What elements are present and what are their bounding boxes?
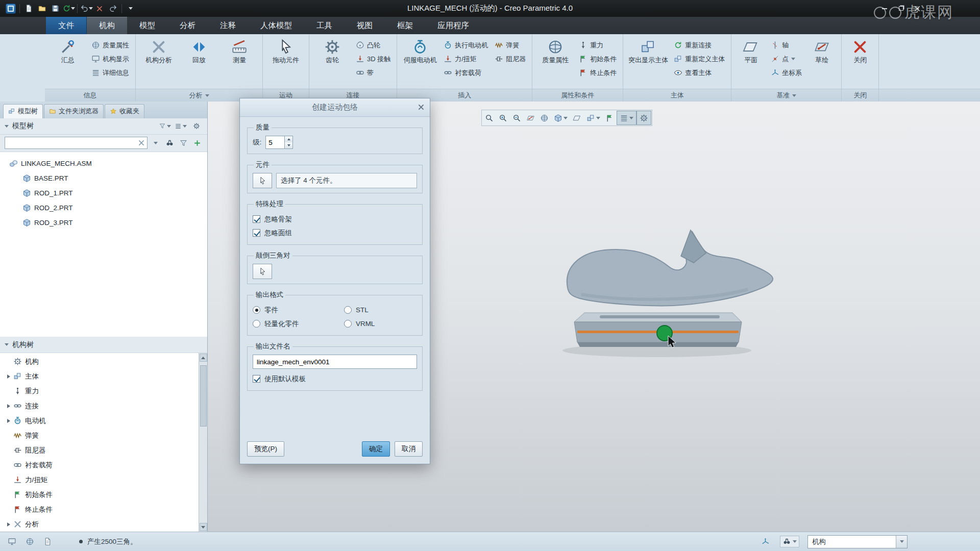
- tree-filters-button[interactable]: [159, 120, 171, 132]
- regenerate-button[interactable]: [62, 3, 75, 15]
- orientation-button[interactable]: [758, 535, 772, 548]
- mechanism-analysis-button[interactable]: 机构分析: [139, 37, 178, 64]
- spin-up-button[interactable]: [285, 136, 292, 142]
- mech-item-mechanism[interactable]: 机构: [0, 354, 199, 369]
- initial-conditions-button[interactable]: 初始条件: [576, 52, 619, 66]
- section-button[interactable]: [570, 111, 584, 125]
- tree-item-part[interactable]: BASE.PRT: [0, 171, 207, 186]
- gears-button[interactable]: 齿轮: [313, 37, 352, 64]
- mechanism-display-button[interactable]: 机构显示: [89, 52, 132, 66]
- undo-button[interactable]: [80, 3, 93, 15]
- expander-icon[interactable]: [7, 374, 10, 379]
- spin-down-button[interactable]: [285, 142, 292, 148]
- graphics-settings-button[interactable]: [636, 111, 651, 125]
- mech-item-bushing-loads[interactable]: 衬套载荷: [0, 458, 199, 472]
- message-log-button[interactable]: [5, 535, 18, 548]
- details-button[interactable]: 详细信息: [89, 66, 132, 80]
- summary-button[interactable]: 汇总: [48, 37, 87, 64]
- tab-annotate[interactable]: 注释: [208, 17, 248, 34]
- tree-item-assembly[interactable]: LINKAGE_MECH.ASM: [0, 156, 207, 171]
- mechanism-tree-scrollbar[interactable]: [199, 353, 207, 532]
- tab-file[interactable]: 文件: [46, 17, 87, 34]
- restore-button[interactable]: [893, 3, 909, 14]
- tab-model-tree[interactable]: 模型树: [3, 104, 43, 118]
- plane-button[interactable]: 平面: [735, 37, 767, 64]
- search-options-button[interactable]: [150, 137, 161, 148]
- select-components-button[interactable]: [253, 173, 272, 188]
- preview-button[interactable]: 预览(P): [247, 441, 284, 457]
- ok-button[interactable]: 确定: [362, 441, 390, 457]
- add-button[interactable]: [191, 137, 203, 148]
- servo-motor-button[interactable]: 伺服电动机: [401, 37, 439, 64]
- mech-item-gravity[interactable]: 重力: [0, 384, 199, 398]
- force-motor-button[interactable]: 执行电动机: [441, 38, 491, 52]
- measure-button[interactable]: 测量: [220, 37, 259, 64]
- new-file-button[interactable]: [22, 3, 35, 15]
- save-button[interactable]: [48, 3, 62, 15]
- repaint-button[interactable]: [524, 111, 537, 125]
- reconnect-button[interactable]: 重新连接: [671, 38, 727, 52]
- mech-item-initial-conditions[interactable]: 初始条件: [0, 487, 199, 502]
- find-button[interactable]: [164, 137, 175, 148]
- tab-favorites[interactable]: 收藏夹: [105, 104, 144, 118]
- playback-button[interactable]: 回放: [180, 37, 218, 64]
- ignore-skeletons-checkbox[interactable]: 忽略骨架: [253, 212, 417, 226]
- tab-applications[interactable]: 应用程序: [425, 17, 481, 34]
- search-box[interactable]: [5, 137, 148, 149]
- shading-button[interactable]: [537, 111, 551, 125]
- web-browser-button[interactable]: [23, 535, 36, 548]
- format-vrml-radio[interactable]: VRML: [344, 317, 417, 331]
- sketch-button[interactable]: 草绘: [806, 37, 838, 64]
- ignore-quilts-checkbox[interactable]: 忽略面组: [253, 226, 417, 240]
- close-window-button[interactable]: [910, 3, 925, 14]
- termination-conditions-button[interactable]: 终止条件: [576, 66, 619, 80]
- mech-item-bodies[interactable]: 主体: [0, 369, 199, 384]
- expander-icon[interactable]: [7, 404, 10, 408]
- force-torque-button[interactable]: 力/扭矩: [441, 52, 491, 66]
- scroll-down-button[interactable]: [200, 523, 207, 531]
- format-stl-radio[interactable]: STL: [344, 303, 417, 317]
- tab-framework[interactable]: 框架: [385, 17, 425, 34]
- collapse-icon[interactable]: [5, 343, 9, 346]
- tree-item-part[interactable]: ROD_1.PRT: [0, 186, 207, 201]
- tab-mechanism[interactable]: 机构: [87, 17, 127, 34]
- tab-tools[interactable]: 工具: [304, 17, 345, 34]
- axis-button[interactable]: 轴: [768, 38, 804, 52]
- selection-filter-combobox[interactable]: 机构: [807, 535, 908, 548]
- mech-item-connections[interactable]: 连接: [0, 398, 199, 413]
- belts-button[interactable]: 带: [353, 66, 393, 80]
- coordinate-system-button[interactable]: 坐标系: [768, 66, 804, 80]
- scroll-up-button[interactable]: [200, 354, 207, 362]
- close-mechanism-button[interactable]: 关闭: [845, 37, 875, 64]
- bushing-load-button[interactable]: 衬套载荷: [441, 66, 491, 80]
- zoom-fit-button[interactable]: [482, 111, 496, 125]
- dampers-button[interactable]: 阻尼器: [492, 52, 528, 66]
- dialog-close-icon[interactable]: [418, 104, 425, 111]
- mech-item-dampers[interactable]: 阻尼器: [0, 443, 199, 458]
- expander-icon[interactable]: [7, 522, 10, 527]
- contact-3d-button[interactable]: 3D 接触: [353, 52, 393, 66]
- filter-button[interactable]: [178, 137, 189, 148]
- point-button[interactable]: 点: [768, 52, 804, 66]
- output-filename-input[interactable]: [253, 355, 417, 369]
- scrollbar-thumb[interactable]: [200, 365, 207, 427]
- motion-envelope-body[interactable]: [567, 232, 773, 306]
- collapse-icon[interactable]: [5, 125, 9, 128]
- minimize-button[interactable]: [877, 3, 892, 14]
- app-logo[interactable]: [4, 3, 17, 15]
- combo-dropdown-button[interactable]: [896, 536, 907, 548]
- tab-view[interactable]: 视图: [345, 17, 385, 34]
- mech-item-force-torque[interactable]: 力/扭矩: [0, 472, 199, 487]
- tab-analysis[interactable]: 分析: [167, 17, 208, 34]
- tab-model[interactable]: 模型: [127, 17, 167, 34]
- zoom-out-button[interactable]: [510, 111, 524, 125]
- tab-folder-browser[interactable]: 文件夹浏览器: [44, 104, 104, 118]
- dialog-titlebar[interactable]: 创建运动包络: [240, 98, 430, 117]
- redefine-bodies-button[interactable]: 重新定义主体: [671, 52, 727, 66]
- tree-columns-button[interactable]: [175, 120, 187, 132]
- highlight-bodies-button[interactable]: 突出显示主体: [627, 37, 670, 64]
- search-tool-button[interactable]: [780, 536, 799, 547]
- abort-button[interactable]: [93, 3, 106, 15]
- use-default-template-checkbox[interactable]: 使用默认模板: [253, 372, 417, 386]
- view-bodies-button[interactable]: 查看主体: [671, 66, 727, 80]
